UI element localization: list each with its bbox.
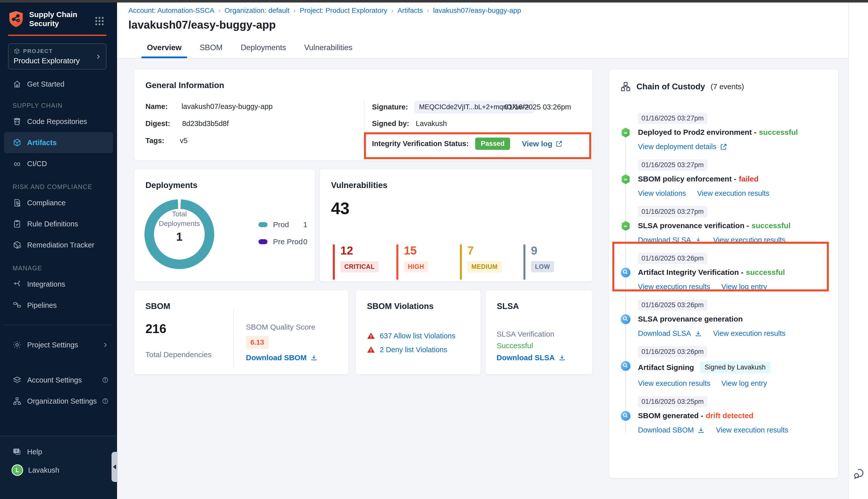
deny-list-violations-link[interactable]: 2 Deny list Violations	[380, 346, 447, 354]
download-slsa-link[interactable]: Download SLSA	[638, 329, 702, 338]
sidebar-section-risk-compliance: RISK AND COMPLIANCE	[0, 181, 117, 192]
breadcrumb-organization[interactable]: Organization: default	[225, 7, 289, 14]
sidebar-item-help[interactable]: ? Help	[0, 442, 117, 462]
tab-overview[interactable]: Overview	[145, 37, 184, 58]
signed-by-badge: Signed by Lavakush	[700, 362, 770, 373]
signed-by-row: Signed by: Lavakush	[372, 120, 447, 128]
clipboard-check-icon	[13, 219, 22, 228]
allow-list-violations-link[interactable]: 637 Allow list Violations	[380, 332, 455, 340]
breadcrumb-project[interactable]: Project: Product Exploratory	[300, 7, 387, 14]
view-log-entry-link[interactable]: View log entry	[721, 283, 767, 291]
chat-bubbles-icon[interactable]	[853, 467, 866, 480]
sidebar-item-cicd[interactable]: ∞ CI/CD	[0, 153, 117, 174]
view-execution-results-link[interactable]: View execution results	[716, 426, 788, 434]
vulnerabilities-card: Vulnerabilities 43 12 CRITICAL 15 HIGH 7…	[320, 169, 593, 282]
download-sbom-link[interactable]: Download SBOM	[638, 426, 705, 434]
sidebar-item-artifacts[interactable]: Artifacts	[4, 132, 113, 153]
breadcrumb-current[interactable]: lavakush07/easy-buggy-app	[433, 7, 521, 14]
scan-circle-icon	[620, 314, 631, 325]
event-status: drift detected	[706, 411, 754, 420]
event-title: Artifact Integrity Verification	[638, 268, 744, 277]
view-execution-results-link[interactable]: View execution results	[713, 329, 785, 338]
breadcrumb-separator: ›	[293, 7, 296, 14]
layers-gear-icon	[13, 376, 22, 385]
chain-of-custody-card: Chain of Custody (7 events) ∞ 01/16/2025…	[609, 69, 839, 478]
sbom-quality-score-value: 6.13	[246, 336, 269, 349]
sidebar-divider	[4, 325, 112, 325]
view-execution-results-link[interactable]: View execution results	[638, 283, 710, 291]
legend-item-pre-prod[interactable]: Pre Prod 0	[258, 236, 308, 247]
event-timestamp: 01/16/2025 03:26pm	[638, 346, 707, 357]
chain-of-custody-timeline: ∞ 01/16/2025 03:27pm Deployed to Prod2 e…	[620, 113, 827, 443]
tab-sbom[interactable]: SBOM	[198, 37, 225, 58]
pipeline-hexagon-icon: ∞	[620, 127, 631, 138]
view-execution-results-link[interactable]: View execution results	[638, 379, 710, 388]
digest-row: Digest: 8d23bd3b5d8f	[145, 120, 229, 128]
sidebar-item-pipelines[interactable]: Pipelines	[0, 295, 117, 316]
legend-item-prod[interactable]: Prod 1	[258, 219, 308, 230]
gear-icon	[13, 340, 22, 349]
sidebar-section-supply-chain: SUPPLY CHAIN	[0, 100, 117, 111]
sidebar-collapse-handle[interactable]	[111, 452, 118, 482]
severity-badge-medium: MEDIUM	[467, 261, 502, 272]
sidebar-nav: Get Started SUPPLY CHAIN Code Repositori…	[0, 75, 117, 412]
sidebar-item-remediation-tracker[interactable]: Remediation Tracker	[0, 234, 117, 256]
breadcrumb-separator: ›	[391, 7, 394, 14]
pipelines-icon	[13, 301, 22, 310]
user-menu[interactable]: L Lavakush	[0, 464, 117, 476]
view-execution-results-link[interactable]: View execution results	[697, 189, 769, 197]
view-deployment-details-link[interactable]: View deployment details	[638, 143, 727, 151]
sidebar-item-account-settings[interactable]: Account Settings	[0, 369, 117, 391]
artifact-tags: v5	[180, 136, 188, 145]
brand-divider	[8, 35, 107, 36]
download-slsa-link[interactable]: Download SLSA	[496, 353, 566, 362]
divider	[233, 309, 234, 367]
chevron-right-icon	[102, 342, 108, 348]
download-sbom-link[interactable]: Download SBOM	[246, 353, 318, 362]
sidebar-item-compliance[interactable]: Compliance	[0, 192, 117, 214]
card-title: SLSA	[497, 302, 519, 311]
sidebar-item-get-started[interactable]: Get Started	[0, 75, 117, 93]
breadcrumb-artifacts[interactable]: Artifacts	[397, 7, 423, 14]
tab-deployments[interactable]: Deployments	[239, 37, 288, 58]
view-execution-results-link[interactable]: View execution results	[713, 236, 785, 244]
breadcrumb-account[interactable]: Account: Automation-SSCA	[128, 7, 214, 14]
sidebar-item-project-settings[interactable]: Project Settings	[0, 334, 117, 355]
shield-logo-icon	[8, 10, 24, 28]
sidebar-item-organization-settings[interactable]: Organization Settings	[0, 391, 117, 412]
download-slsa-link[interactable]: Download SLSA	[638, 236, 702, 244]
sidebar-item-code-repositories[interactable]: Code Repositories	[0, 111, 117, 132]
artifact-name: lavakush07/easy-buggy-app	[182, 102, 273, 111]
view-log-entry-link[interactable]: View log entry	[721, 379, 767, 388]
help-chat-icon: ?	[13, 447, 22, 456]
info-icon[interactable]	[102, 398, 108, 404]
view-violations-link[interactable]: View violations	[638, 189, 686, 197]
page-title: lavakush07/easy-buggy-app	[128, 19, 276, 31]
event-status: successful	[751, 221, 791, 230]
severity-medium: 7 MEDIUM	[460, 244, 520, 280]
remediation-icon	[13, 241, 22, 250]
page-header: Account: Automation-SSCA › Organization:…	[117, 2, 848, 37]
view-log-link[interactable]: View log	[522, 139, 563, 148]
event-title: SBOM generated	[638, 411, 703, 420]
card-title: SBOM Violations	[367, 302, 434, 311]
sidebar-item-rule-definitions[interactable]: Rule Definitions	[0, 214, 117, 234]
total-deployments-value: 1	[144, 230, 214, 243]
name-row: Name: lavakush07/easy-buggy-app	[145, 102, 273, 111]
project-selector[interactable]: PROJECT Product Exploratory	[8, 44, 107, 70]
event-timestamp: 01/16/2025 03:25pm	[638, 396, 707, 407]
breadcrumb: Account: Automation-SSCA › Organization:…	[128, 7, 521, 14]
signed-by-value: Lavakush	[416, 120, 447, 128]
donut-center-label: Total Deployments 1	[144, 209, 214, 243]
event-timestamp: 01/16/2025 03:27pm	[638, 206, 707, 217]
sidebar-section-manage: MANAGE	[0, 263, 117, 273]
event-status: successful	[746, 268, 785, 277]
event-timestamp: 01/16/2025 03:27pm	[638, 159, 707, 171]
slsa-verification-status: Successful	[496, 341, 533, 350]
sidebar-item-integrations[interactable]: Integrations	[0, 273, 117, 295]
tab-vulnerabilities[interactable]: Vulnerabilities	[302, 37, 354, 58]
legend-swatch-prod	[258, 222, 267, 227]
info-icon[interactable]	[102, 377, 108, 383]
app-switcher-grid-icon[interactable]	[94, 15, 105, 27]
app-logo-row[interactable]: Supply Chain Security	[8, 10, 77, 28]
